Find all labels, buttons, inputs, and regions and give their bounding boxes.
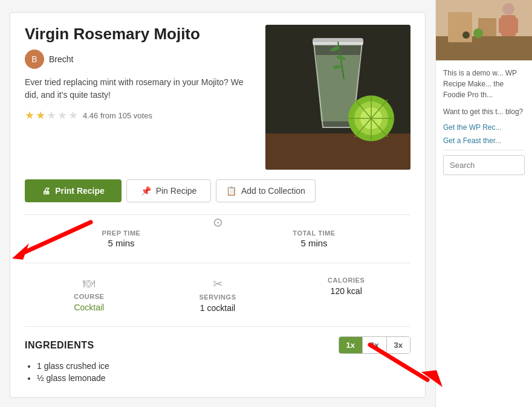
multiplier-buttons: 1x 2x 3x <box>339 336 410 354</box>
course-meta: 🍽 COURSE Cocktail <box>25 277 154 312</box>
servings-meta: ✂ SERVINGS 1 cocktail <box>154 277 282 313</box>
multiplier-1x-button[interactable]: 1x <box>339 337 363 353</box>
rating-text: 4.46 from 105 votes <box>83 111 152 120</box>
svg-rect-27 <box>512 18 518 33</box>
svg-point-28 <box>462 31 470 39</box>
ingredients-list: 1 glass crushed ice ½ glass lemonade <box>25 361 410 383</box>
total-time: TOTAL TIME 5 mins <box>218 229 410 248</box>
star-1[interactable]: ★ <box>25 109 34 122</box>
svg-point-24 <box>502 3 514 15</box>
avatar: B <box>25 50 44 69</box>
star-4[interactable]: ★ <box>57 109 67 122</box>
action-buttons: 🖨 Print Recipe 📌 Pin Recipe 📋 Add to Col… <box>25 179 410 202</box>
recipe-title: Virgin Rosemary Mojito <box>25 25 253 43</box>
prep-time: PREP TIME 5 mins <box>25 229 218 248</box>
sidebar-paragraph-2: Want to get this t... blog? <box>443 106 525 117</box>
sidebar-link-2[interactable]: Get a Feast ther... <box>443 136 525 145</box>
recipe-card: Virgin Rosemary Mojito B Brecht Ever tri… <box>10 12 426 398</box>
pin-recipe-button[interactable]: 📌 Pin Recipe <box>126 179 211 202</box>
calories-meta: CALORIES 120 kcal <box>282 277 410 296</box>
svg-rect-5 <box>265 133 410 170</box>
svg-point-29 <box>473 28 483 38</box>
star-rating[interactable]: ★ ★ ★ ★ ★ <box>25 109 78 122</box>
utensils-icon: ✂ <box>213 277 223 291</box>
time-section: ⊙ PREP TIME 5 mins TOTAL TIME 5 mins <box>25 222 410 255</box>
star-5[interactable]: ★ <box>68 109 78 122</box>
sidebar-link-1[interactable]: Get the WP Rec... <box>443 123 525 132</box>
star-2[interactable]: ★ <box>36 109 45 122</box>
sidebar-hero-image <box>436 0 532 60</box>
recipe-image <box>265 25 410 170</box>
list-item: ½ glass lemonade <box>37 373 410 383</box>
sidebar-text: This is a demo w... WP Recipe Make... th… <box>436 60 532 182</box>
print-icon: 🖨 <box>42 186 50 196</box>
add-to-collection-button[interactable]: 📋 Add to Collection <box>216 179 316 202</box>
star-3[interactable]: ★ <box>47 109 56 122</box>
ingredients-title: INGREDIENTS <box>25 340 94 351</box>
divider-2 <box>25 263 410 263</box>
sidebar-paragraph-1: This is a demo w... WP Recipe Make... th… <box>443 68 525 100</box>
list-item: 1 glass crushed ice <box>37 361 410 371</box>
sidebar: This is a demo w... WP Recipe Make... th… <box>435 0 532 407</box>
meta-section: 🍽 COURSE Cocktail ✂ SERVINGS 1 cocktail … <box>25 271 410 319</box>
search-input[interactable] <box>443 155 525 175</box>
divider-3 <box>25 326 410 327</box>
chef-hat-icon: 🍽 <box>83 277 95 290</box>
multiplier-3x-button[interactable]: 3x <box>387 337 410 353</box>
svg-rect-22 <box>448 12 472 42</box>
pin-icon: 📌 <box>141 186 151 196</box>
collection-icon: 📋 <box>226 186 236 196</box>
recipe-description: Ever tried replacing mint with rosemary … <box>25 76 253 101</box>
svg-rect-26 <box>499 18 505 33</box>
author-row: B Brecht <box>25 50 253 69</box>
ingredients-section: INGREDIENTS 1x 2x 3x 1 glass crushed ice… <box>25 336 410 383</box>
print-recipe-button[interactable]: 🖨 Print Recipe <box>25 179 122 202</box>
timer-icon: ⊙ <box>208 215 228 229</box>
sidebar-divider <box>443 150 525 150</box>
multiplier-2x-button[interactable]: 2x <box>363 337 386 353</box>
author-name: Brecht <box>49 54 73 64</box>
rating-row: ★ ★ ★ ★ ★ 4.46 from 105 votes <box>25 109 253 122</box>
